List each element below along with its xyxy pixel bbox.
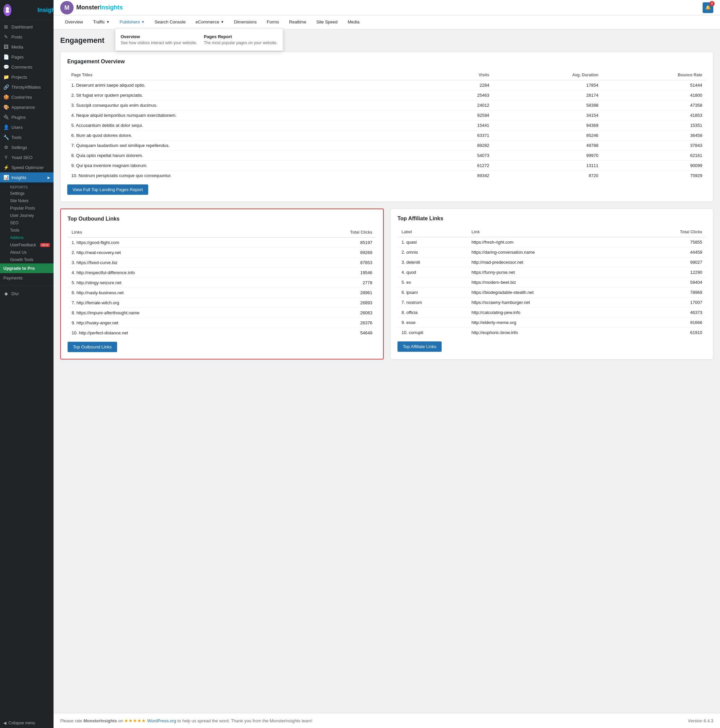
tab-dimensions[interactable]: Dimensions — [229, 15, 261, 29]
sidebar-item-pages[interactable]: 📄Pages — [0, 52, 53, 62]
pages-icon: 📄 — [3, 54, 9, 60]
sidebar-item-growth-tools[interactable]: Growth Tools — [7, 256, 53, 263]
sidebar-item-addons[interactable]: Addons — [7, 234, 53, 241]
tab-forms[interactable]: Forms — [262, 15, 284, 29]
new-badge: NEW — [40, 243, 50, 247]
view-full-report-button[interactable]: View Full Top Landing Pages Report — [67, 184, 148, 195]
divi-icon: ◆ — [3, 291, 9, 296]
topbar-brand: MonsterInsights — [76, 4, 123, 11]
sidebar-item-cookieyes[interactable]: 🍪CookieYes — [0, 92, 53, 102]
dashboard-icon: ⊞ — [3, 24, 9, 29]
outbound-title: Top Outbound Links — [67, 216, 377, 222]
posts-icon: ✎ — [3, 34, 9, 40]
footer-text: Please rate MonsterInsights on ★★★★★ Wor… — [60, 718, 313, 723]
table-row: 6. ipsam https://biodegradable-stealth.n… — [398, 288, 706, 298]
table-row: 5. ex https://modern-beet.biz 59404 — [398, 277, 706, 288]
sidebar-item-users[interactable]: 👤Users — [0, 122, 53, 132]
topbar: M MonsterInsights 🔔 0 — [53, 0, 720, 15]
sidebar-item-yoast[interactable]: YYoast SEO — [0, 152, 53, 162]
sidebar-item-plugins[interactable]: 🔌Plugins — [0, 112, 53, 122]
tools-icon: 🔧 — [3, 135, 9, 140]
sidebar-nav: ⊞Dashboard ✎Posts 🖼Media 📄Pages 💬Comment… — [0, 20, 53, 718]
engagement-overview-card: Engagement Overview Page Titles Visits A… — [60, 52, 713, 202]
tab-search-console[interactable]: Search Console — [150, 15, 191, 29]
thirsty-icon: 🔗 — [3, 84, 9, 90]
yoast-icon: Y — [3, 154, 9, 160]
affiliate-table: Label Link Total Clicks 1. quasi https:/… — [398, 227, 706, 337]
users-icon: 👤 — [3, 124, 9, 130]
sidebar-item-site-notes[interactable]: Site Notes — [7, 197, 53, 205]
sidebar-item-divi[interactable]: ◆Divi — [0, 289, 53, 298]
table-row: 2. http://neat-recovery.net 89269 — [67, 248, 377, 258]
ecommerce-chevron-icon: ▼ — [221, 20, 224, 24]
sidebar-item-seo[interactable]: SEO — [7, 219, 53, 226]
affiliate-links-button[interactable]: Top Affiliate Links — [398, 341, 442, 352]
sidebar-item-insights[interactable]: 📊 Insights ▶ — [0, 172, 53, 182]
sidebar-item-posts[interactable]: ✎Posts — [0, 32, 53, 42]
table-row: 3. deleniti http://mad-predecessor.net 9… — [398, 257, 706, 268]
sidebar-item-thirsty[interactable]: 🔗ThirstyAffiliates — [0, 82, 53, 92]
sidebar-item-dashboard[interactable]: ⊞Dashboard — [0, 22, 53, 32]
sidebar-item-settings-sub[interactable]: Settings — [7, 190, 53, 197]
notifications-button[interactable]: 🔔 0 — [703, 2, 713, 13]
outbound-links-button[interactable]: Top Outbound Links — [67, 342, 117, 352]
bell-icon: 🔔 — [705, 5, 711, 10]
col-page-titles: Page Titles — [67, 70, 429, 80]
sidebar-item-user-journey[interactable]: User Journey — [7, 212, 53, 219]
sidebar-logo-icon — [3, 4, 11, 16]
table-row: 1. Deserunt animi saepe aliquod optio. 2… — [67, 80, 706, 90]
sidebar-item-tools[interactable]: 🔧Tools — [0, 132, 53, 142]
sidebar-item-about-us[interactable]: About Us — [7, 249, 53, 256]
plugins-icon: 🔌 — [3, 115, 9, 120]
topbar-logo: M MonsterInsights — [60, 1, 123, 14]
table-row: 4. Neque aliquid temporibus numquam exer… — [67, 110, 706, 121]
publishers-chevron-icon: ▼ — [141, 20, 145, 24]
tab-ecommerce[interactable]: eCommerce ▼ — [191, 15, 229, 29]
table-row: 10. http://perfect-distance.net 54649 — [67, 328, 377, 338]
table-row: 4. quod https://funny-purse.net 12290 — [398, 268, 706, 277]
tab-traffic[interactable]: Traffic ▼ — [88, 15, 114, 29]
table-row: 10. corrupti http://euphoric-brow.info 6… — [398, 328, 706, 338]
tab-publishers[interactable]: Publishers ▼ Overview See how visitors i… — [115, 15, 149, 29]
insights-icon: 📊 — [3, 175, 9, 180]
footer: Please rate MonsterInsights on ★★★★★ Wor… — [53, 713, 720, 728]
col-bounce-rate: Bounce Rate — [602, 70, 706, 80]
col-visits: Visits — [429, 70, 493, 80]
reports-section-label: Reports — [7, 182, 53, 190]
cookieyes-icon: 🍪 — [3, 94, 9, 100]
sidebar-item-popular-posts[interactable]: Popular Posts — [7, 205, 53, 212]
sidebar-item-payments[interactable]: Payments — [0, 273, 53, 283]
footer-wordpress-link[interactable]: WordPress.org — [147, 718, 176, 723]
sidebar-item-media[interactable]: 🖼Media — [0, 42, 53, 52]
tab-site-speed[interactable]: Site Speed — [311, 15, 342, 29]
table-row: 1. https://good-flight.com 85197 — [67, 238, 377, 248]
sidebar-item-speed[interactable]: ⚡Speed Optimizer — [0, 162, 53, 172]
table-row: 7. Quisquam laudantium sed similique rep… — [67, 141, 706, 151]
sidebar-item-settings[interactable]: ⚙Settings — [0, 142, 53, 152]
table-row: 8. https://impure-afterthought.name 2606… — [67, 308, 377, 318]
engagement-table: Page Titles Visits Avg. Duration Bounce … — [67, 70, 706, 180]
sidebar-item-appearance[interactable]: 🎨Appearance — [0, 102, 53, 112]
sidebar-item-userfeedback[interactable]: UserFeedback NEW — [7, 241, 53, 249]
tab-media[interactable]: Media — [343, 15, 364, 29]
tab-realtime[interactable]: Realtime — [284, 15, 311, 29]
table-row: 8. officia http://calculating-pew.info 4… — [398, 307, 706, 318]
tab-overview[interactable]: Overview — [60, 15, 88, 29]
sidebar-item-comments[interactable]: 💬Comments — [0, 62, 53, 72]
outbound-col-clicks: Total Clicks — [288, 227, 377, 238]
table-row: 6. http://nasty-business.net 28961 — [67, 288, 377, 298]
dropdown-overview-desc: See how visitors interact with your webs… — [121, 40, 197, 45]
settings-icon: ⚙ — [3, 145, 9, 150]
speed-icon: ⚡ — [3, 165, 9, 170]
table-row: 3. https://fixed-curve.biz 87853 — [67, 258, 377, 268]
sidebar-item-upgrade[interactable]: Upgrade to Pro — [0, 263, 53, 273]
affiliate-col-link: Link — [467, 227, 635, 237]
table-row: 7. nostrum https://scrawny-hamburger.net… — [398, 298, 706, 307]
sidebar-item-tools-sub[interactable]: Tools — [7, 226, 53, 234]
sidebar-item-projects[interactable]: 📁Projects — [0, 72, 53, 82]
collapse-menu[interactable]: ◀ Collapse menu — [0, 718, 53, 728]
footer-version: Version 6.4.3 — [688, 718, 713, 723]
dropdown-pages-title: Pages Report — [204, 34, 278, 39]
table-row: 8. Quia optio repellat harum dolorem. 54… — [67, 151, 706, 161]
affiliate-col-label: Label — [398, 227, 467, 237]
